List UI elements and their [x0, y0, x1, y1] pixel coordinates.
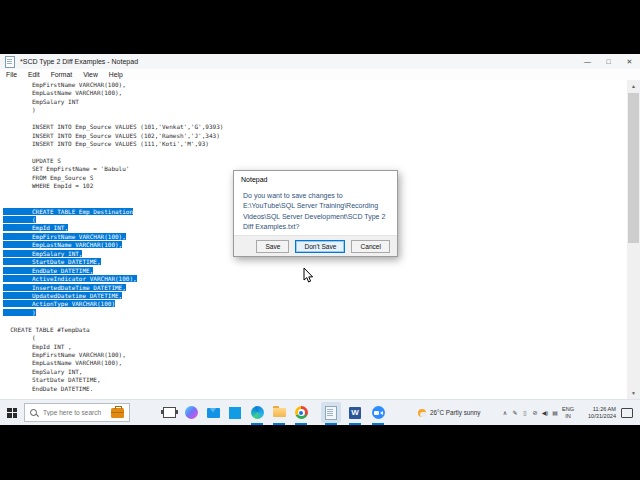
touch-indicator-icon[interactable]: ▤	[550, 409, 560, 416]
selected-text: )	[3, 309, 36, 316]
editor-line	[3, 199, 223, 207]
copilot-button[interactable]	[180, 400, 202, 425]
system-tray: ∧✎▯⊘◀)▤	[500, 400, 560, 425]
edge-button[interactable]	[246, 400, 268, 425]
menu-item-help[interactable]: Help	[109, 71, 123, 78]
maximize-button[interactable]: □	[598, 54, 619, 69]
editor-line: EmpSalary INT	[3, 98, 223, 106]
pen-icon[interactable]: ✎	[510, 409, 520, 416]
menu-item-format[interactable]: Format	[51, 71, 73, 78]
taskbar-clock[interactable]: 11:26 AM 10/31/2024	[578, 400, 616, 425]
window-controls: — □ ✕	[577, 54, 640, 69]
code-text: EmpSalary INT,	[3, 368, 82, 375]
editor-line: SET EmpFirstName = 'Babulu'	[3, 165, 223, 173]
menu-item-file[interactable]: File	[6, 71, 17, 78]
dialog-message-line: E:\YouTube\SQL Server Training\Recording	[243, 201, 393, 211]
code-text: EmpLastName VARCHAR(100),	[3, 359, 122, 366]
editor-line: EmpLastName VARCHAR(100),	[3, 241, 223, 249]
mail-icon	[207, 408, 220, 418]
dialog-message-line: Diff Examples.txt?	[243, 222, 393, 232]
editor-line: StartDate DATETIME,	[3, 376, 223, 384]
briefcase-icon	[111, 408, 124, 418]
save-button[interactable]: Save	[256, 240, 289, 253]
code-text: WHERE EmpId = 102	[3, 182, 93, 189]
dialog-button-row: SaveDon't SaveCancel	[234, 235, 397, 256]
editor-line: CREATE TABLE Emp_Destination	[3, 208, 223, 216]
scrollbar-thumb[interactable]	[628, 93, 639, 243]
editor-line: )	[3, 106, 223, 114]
menu-item-edit[interactable]: Edit	[28, 71, 40, 78]
window-title: *SCD Type 2 Diff Examples - Notepad	[20, 58, 138, 65]
editor-line	[3, 317, 223, 325]
code-text: EmpId INT ,	[3, 343, 72, 350]
editor-line	[3, 115, 223, 123]
file-explorer-icon	[273, 408, 286, 417]
taskbar-search[interactable]	[24, 403, 130, 422]
cancel-button[interactable]: Cancel	[351, 240, 390, 253]
notepad-taskbar-button[interactable]	[320, 400, 342, 425]
save-changes-dialog: Notepad Do you want to save changes toE:…	[233, 170, 398, 257]
zoom-icon	[372, 406, 385, 419]
file-explorer-button[interactable]	[268, 400, 290, 425]
mail-button[interactable]	[202, 400, 224, 425]
selected-text: CREATE TABLE Emp_Destination	[3, 208, 133, 215]
editor-content: EmpFirstName VARCHAR(100), EmpLastName V…	[3, 81, 223, 393]
code-text: INSERT INTO Emp_Source VALUES (102,'Rame…	[3, 132, 220, 139]
editor-line: EmpFirstName VARCHAR(100),	[3, 351, 223, 359]
editor-line: UpdatedDatetime DATETIME,	[3, 292, 223, 300]
menu-item-view[interactable]: View	[83, 71, 98, 78]
editor-line: ActionType VARCHAR(100)	[3, 300, 223, 308]
task-view-button[interactable]	[158, 400, 180, 425]
selected-text: EmpFirstName VARCHAR(100),	[3, 233, 126, 240]
word-icon: W	[349, 407, 361, 419]
bluetooth-off-icon[interactable]: ⊘	[530, 409, 540, 416]
code-text: )	[3, 106, 36, 113]
video-frame: *SCD Type 2 Diff Examples - Notepad — □ …	[0, 0, 640, 480]
selected-text: StartDate DATETIME,	[3, 258, 101, 265]
start-button[interactable]	[2, 400, 22, 425]
language-indicator[interactable]: ENG IN	[562, 400, 574, 425]
minimize-button[interactable]: —	[577, 54, 598, 69]
selected-text: EmpId INT,	[3, 224, 68, 231]
chrome-button[interactable]	[290, 400, 312, 425]
vertical-scrollbar[interactable]: ▲ ▼	[627, 80, 640, 399]
scroll-up-arrow-icon[interactable]: ▲	[627, 80, 640, 92]
selected-text: EmpLastName VARCHAR(100),	[3, 241, 122, 248]
chevron-up-icon[interactable]: ∧	[500, 409, 510, 416]
editor-line: WHERE EmpId = 102	[3, 182, 223, 190]
editor-line: EmpLastName VARCHAR(100),	[3, 89, 223, 97]
editor-line: StartDate DATETIME,	[3, 258, 223, 266]
running-indicator	[372, 423, 384, 425]
editor-line: EmpSalary INT,	[3, 368, 223, 376]
edge-icon	[251, 406, 264, 419]
code-text: INSERT INTO Emp_Source VALUES (111,'Koti…	[3, 140, 209, 147]
windows-logo-icon	[7, 408, 17, 418]
editor-line	[3, 191, 223, 199]
editor-line: UPDATE S	[3, 157, 223, 165]
notification-center-icon[interactable]	[621, 408, 633, 418]
vscode-button[interactable]	[224, 400, 246, 425]
weather-widget[interactable]: 26°C Partly sunny	[418, 400, 480, 425]
selected-text: EmpSalary INT,	[3, 250, 82, 257]
selected-text: InsertedDateTime DATETIME,	[3, 284, 126, 291]
battery-icon[interactable]: ▯	[520, 409, 530, 416]
search-input[interactable]	[41, 408, 115, 417]
code-text: INSERT INTO Emp_Source VALUES (101,'Venk…	[3, 123, 223, 130]
dialog-message-line: Do you want to save changes to	[243, 191, 393, 201]
editor-line: (	[3, 216, 223, 224]
word-button[interactable]: W	[344, 400, 366, 425]
editor-line: EmpFirstName VARCHAR(100),	[3, 233, 223, 241]
notepad-titlebar[interactable]: *SCD Type 2 Diff Examples - Notepad — □ …	[0, 54, 640, 69]
editor-line: EmpId INT ,	[3, 343, 223, 351]
scroll-down-arrow-icon[interactable]: ▼	[627, 387, 640, 399]
editor-line: INSERT INTO Emp_Source VALUES (111,'Koti…	[3, 140, 223, 148]
code-text: StartDate DATETIME,	[3, 376, 101, 383]
running-indicator	[349, 423, 361, 425]
close-button[interactable]: ✕	[619, 54, 640, 69]
zoom-button[interactable]	[367, 400, 389, 425]
editor-line	[3, 149, 223, 157]
don-t-save-button[interactable]: Don't Save	[295, 240, 345, 253]
volume-icon[interactable]: ◀)	[540, 409, 550, 416]
chrome-icon	[295, 406, 308, 419]
editor-line: EndDate DATETIME.	[3, 385, 223, 393]
